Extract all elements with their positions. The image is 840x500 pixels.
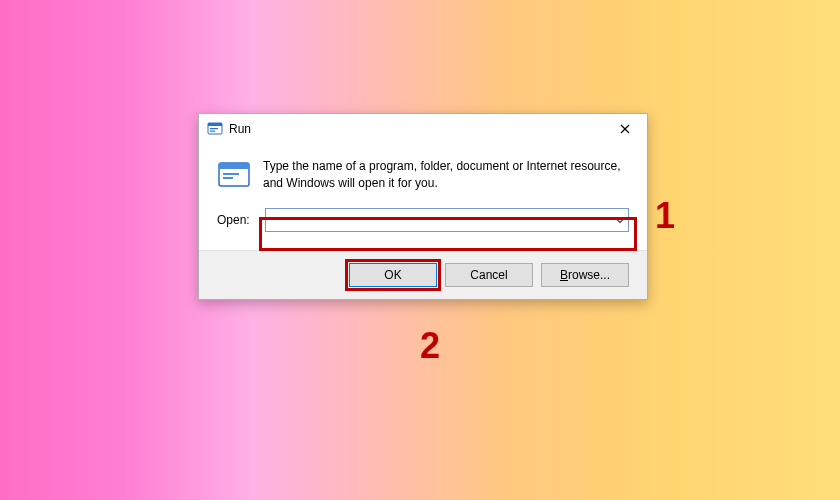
svg-rect-7 <box>219 163 249 169</box>
svg-rect-9 <box>223 177 233 179</box>
svg-rect-8 <box>223 173 239 175</box>
close-button[interactable] <box>611 118 639 140</box>
dialog-title: Run <box>229 122 611 136</box>
svg-rect-2 <box>210 128 218 129</box>
open-label: Open: <box>217 213 257 227</box>
svg-rect-1 <box>208 123 222 126</box>
close-icon <box>620 124 630 134</box>
annotation-2: 2 <box>420 325 440 367</box>
open-combo-wrap <box>265 208 629 232</box>
button-bar: OK Cancel Browse... <box>199 250 647 299</box>
run-app-icon <box>217 158 251 192</box>
annotation-1: 1 <box>655 195 675 237</box>
dialog-body: Type the name of a program, folder, docu… <box>199 144 647 250</box>
open-input[interactable] <box>265 208 629 232</box>
run-dialog: Run Type the name of a program, folder, … <box>198 113 648 300</box>
titlebar[interactable]: Run <box>199 114 647 144</box>
cancel-button[interactable]: Cancel <box>445 263 533 287</box>
browse-button[interactable]: Browse... <box>541 263 629 287</box>
svg-rect-3 <box>210 131 215 132</box>
dialog-description: Type the name of a program, folder, docu… <box>263 158 629 192</box>
run-titlebar-icon <box>207 121 223 137</box>
ok-button[interactable]: OK <box>349 263 437 287</box>
